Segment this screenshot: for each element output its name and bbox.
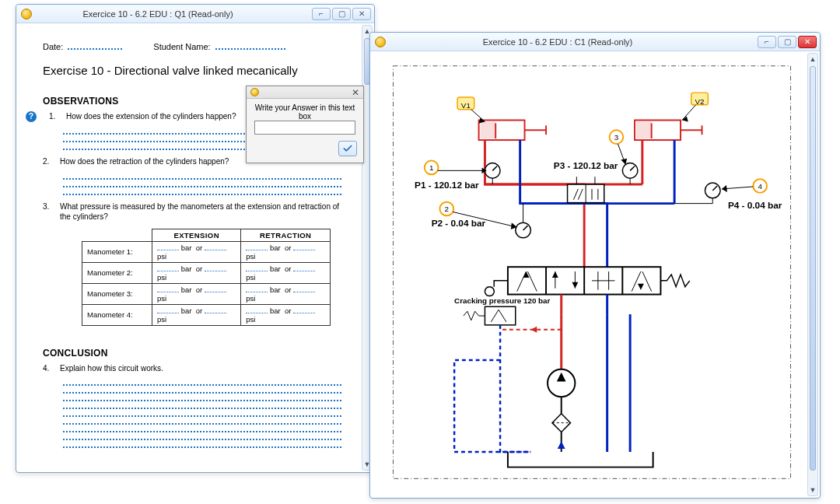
close-button[interactable]: ✕ bbox=[352, 8, 371, 20]
pilot-valve-icon bbox=[568, 177, 604, 202]
pressure-label-p2: P2 - 0.04 bar bbox=[432, 218, 486, 228]
maximize-button[interactable]: ▢ bbox=[778, 36, 796, 48]
app-icon bbox=[375, 37, 386, 47]
svg-line-12 bbox=[471, 110, 485, 122]
question-text: Explain how this circuit works. bbox=[60, 363, 163, 374]
pressure-label-p1: P1 - 120.12 bar bbox=[415, 180, 479, 190]
app-icon bbox=[21, 9, 32, 19]
marker-3: 3 bbox=[614, 133, 619, 142]
check-icon bbox=[342, 143, 353, 154]
valve-label: V2 bbox=[695, 97, 705, 106]
page-title: Exercise 10 - Directional valve linked m… bbox=[43, 64, 341, 77]
svg-marker-66 bbox=[558, 441, 565, 449]
cracking-pressure-label: Cracking pressure 120 bar bbox=[454, 296, 550, 305]
table-col-extension: EXTENSION bbox=[152, 229, 241, 241]
student-name-field[interactable] bbox=[215, 48, 285, 50]
question-number: 3. bbox=[43, 201, 52, 222]
date-label: Date: bbox=[43, 42, 63, 51]
svg-rect-7 bbox=[636, 121, 652, 138]
question-number: 1. bbox=[49, 111, 58, 122]
maximize-button[interactable]: ▢ bbox=[332, 8, 351, 20]
pump-icon bbox=[548, 369, 575, 414]
question-number: 4. bbox=[43, 363, 52, 374]
valve-label: V1 bbox=[461, 101, 471, 110]
window-c1: Exercice 10 - 6.2 EDU : C1 (Read-only) ⌐… bbox=[369, 32, 821, 499]
gauge-p1-icon bbox=[485, 163, 500, 185]
gauge-p4-icon bbox=[674, 183, 720, 204]
tank-icon bbox=[508, 452, 653, 467]
cylinder-right-icon bbox=[635, 121, 702, 141]
question-number: 2. bbox=[43, 156, 52, 167]
student-label: Student Name: bbox=[153, 42, 210, 51]
conclusion-heading: CONCLUSION bbox=[43, 348, 341, 359]
titlebar-q1[interactable]: Exercice 10 - 6.2 EDU : Q1 (Read-only) ⌐… bbox=[16, 5, 374, 23]
table-row: Manometer 2: bar or psi bar or psi bbox=[82, 262, 331, 283]
answer-lines[interactable] bbox=[63, 378, 341, 448]
relief-valve-icon bbox=[464, 306, 516, 325]
popup-prompt: Write your Answer in this text box bbox=[251, 103, 359, 121]
table-row: Manometer 3: bar or psi bar or psi bbox=[82, 283, 331, 304]
table-row: Manometer 4: bar or psi bar or psi bbox=[82, 304, 331, 325]
svg-rect-2 bbox=[481, 121, 496, 138]
table-col-retraction: RETRACTION bbox=[241, 229, 331, 241]
minimize-button[interactable]: ⌐ bbox=[312, 8, 331, 20]
question-text: How does the retraction of the cylinders… bbox=[60, 156, 229, 167]
answer-input[interactable] bbox=[254, 121, 355, 135]
close-icon[interactable]: ✕ bbox=[348, 87, 363, 98]
svg-marker-41 bbox=[722, 185, 727, 192]
date-field[interactable] bbox=[68, 48, 122, 50]
scroll-up-icon[interactable]: ▲ bbox=[808, 54, 817, 65]
window-title: Exercice 10 - 6.2 EDU : C1 (Read-only) bbox=[390, 37, 756, 47]
app-icon bbox=[250, 88, 259, 96]
help-icon[interactable]: ? bbox=[26, 111, 37, 122]
minimize-button[interactable]: ⌐ bbox=[758, 36, 776, 48]
vertical-scrollbar[interactable]: ▲ ▼ bbox=[807, 53, 818, 496]
pressure-label-p3: P3 - 120.12 bar bbox=[554, 160, 618, 170]
close-button[interactable]: ✕ bbox=[798, 36, 817, 48]
question-text: How does the extension of the cylinders … bbox=[66, 111, 236, 122]
svg-rect-60 bbox=[485, 306, 515, 325]
answer-popup: ✕ Write your Answer in this text box bbox=[246, 86, 364, 163]
marker-1: 1 bbox=[429, 163, 433, 172]
marker-2: 2 bbox=[445, 205, 449, 213]
window-q1: Exercice 10 - 6.2 EDU : Q1 (Read-only) ⌐… bbox=[16, 4, 375, 473]
scroll-down-icon[interactable]: ▼ bbox=[808, 485, 817, 495]
window-title: Exercice 10 - 6.2 EDU : Q1 (Read-only) bbox=[37, 9, 310, 19]
table-row: Manometer 1: bar or psi bar or psi bbox=[82, 241, 331, 262]
hydraulic-diagram[interactable]: V1 V2 bbox=[373, 54, 810, 495]
pressure-label-p4: P4 - 0.04 bar bbox=[728, 200, 782, 210]
cylinder-left-icon bbox=[479, 121, 546, 141]
gauge-p2-icon bbox=[516, 204, 531, 238]
svg-line-15 bbox=[682, 105, 696, 121]
gauge-p3-icon bbox=[622, 163, 638, 185]
titlebar-c1[interactable]: Exercice 10 - 6.2 EDU : C1 (Read-only) ⌐… bbox=[370, 33, 820, 51]
svg-marker-59 bbox=[530, 327, 537, 333]
answer-lines[interactable] bbox=[63, 172, 341, 195]
scroll-thumb[interactable] bbox=[810, 66, 816, 471]
pressure-table: EXTENSION RETRACTION Manometer 1: bar or… bbox=[82, 229, 331, 326]
marker-4: 4 bbox=[758, 182, 762, 191]
question-text: What pressure is measured by the manomet… bbox=[60, 201, 341, 222]
submit-button[interactable] bbox=[338, 141, 357, 156]
popup-titlebar[interactable]: ✕ bbox=[247, 86, 363, 99]
